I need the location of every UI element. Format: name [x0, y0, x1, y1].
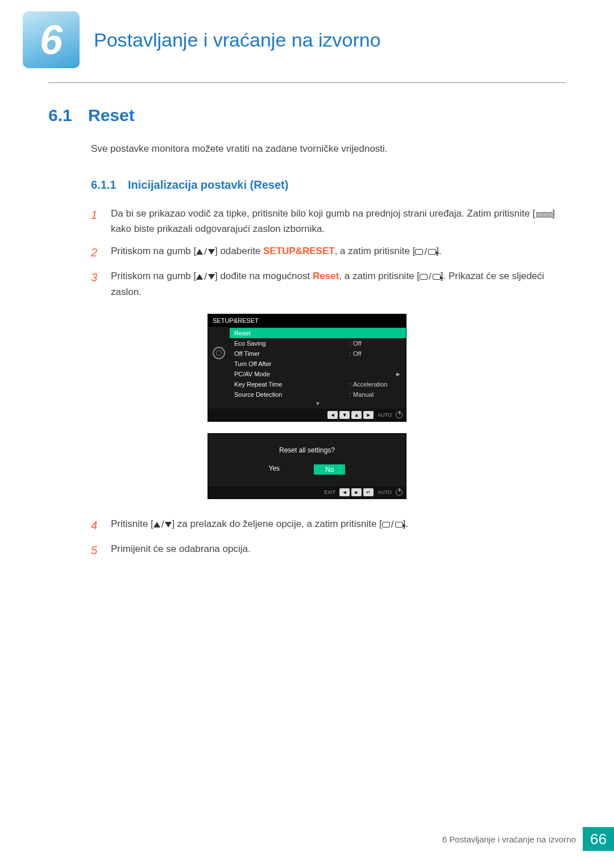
osd-setup-reset-menu: SETUP&RESET ResetEco Saving:OffOff Timer…: [208, 314, 406, 422]
power-icon[interactable]: [396, 489, 403, 496]
highlight: SETUP&RESET: [263, 246, 335, 256]
step-3: 3 Pritiskom na gumb [/] dođite na mogućn…: [91, 268, 566, 300]
text: ] odaberite: [215, 246, 263, 256]
osd-nav-bar: EXIT ◄ ► ↵ AUTO: [208, 486, 406, 499]
osd-item-label: Key Repeat Time: [234, 381, 347, 388]
colon: :: [347, 350, 353, 357]
text: Da bi se prikazao vodič za tipke, pritis…: [111, 208, 530, 219]
osd-item-label: Reset: [234, 330, 401, 337]
step-list: 1 Da bi se prikazao vodič za tipke, prit…: [91, 206, 566, 300]
step-4: 4 Pritisnite [/] za prelazak do željene …: [91, 516, 566, 534]
section: 6.1 Reset Sve postavke monitora možete v…: [0, 83, 614, 559]
osd-nav-bar: ◄ ▼ ▲ ► AUTO: [208, 409, 406, 421]
text: Pritisnite [: [111, 518, 154, 529]
step-1: 1 Da bi se prikazao vodič za tipke, prit…: [91, 206, 566, 236]
more-down-icon: ▼: [230, 400, 406, 408]
osd-item-value: Acceleration: [353, 381, 401, 388]
gear-icon: [213, 347, 225, 359]
step-text: Pritiskom na gumb [/] dođite na mogućnos…: [111, 268, 566, 300]
colon: :: [347, 340, 353, 347]
text: , a zatim pritisnite [: [335, 246, 416, 256]
up-down-icon: /: [196, 244, 215, 259]
select-icon: /: [382, 517, 403, 532]
confirm-question: Reset all settings?: [208, 434, 406, 464]
step-number: 2: [91, 243, 111, 261]
intro-paragraph: Sve postavke monitora možete vratiti na …: [91, 142, 566, 156]
page-header: 6 Postavljanje i vraćanje na izvorno: [0, 0, 614, 68]
step-5: 5 Primijenit će se odabrana opcija.: [91, 541, 566, 559]
osd-item[interactable]: Key Repeat Time:Acceleration: [230, 379, 406, 389]
nav-right-icon[interactable]: ►: [363, 411, 374, 419]
text: ] za prelazak do željene opcije, a zatim…: [172, 518, 381, 529]
menu-icon: ▥▥▥: [536, 209, 553, 220]
colon: :: [347, 391, 353, 398]
step-text: Primijenit će se odabrana opcija.: [111, 541, 251, 559]
step-number: 3: [91, 268, 111, 300]
chapter-title: Postavljanje i vraćanje na izvorno: [94, 29, 381, 51]
step-list-cont: 4 Pritisnite [/] za prelazak do željene …: [91, 516, 566, 559]
highlight: Reset: [313, 271, 339, 281]
nav-exit-label[interactable]: EXIT: [322, 489, 338, 495]
step-text: Pritiskom na gumb [/] odaberite SETUP&RE…: [111, 243, 442, 261]
osd-item[interactable]: Off Timer:Off: [230, 348, 406, 359]
osd-item-value: Manual: [353, 391, 401, 398]
text: , a zatim pritisnite [: [339, 271, 420, 281]
subsection-heading: 6.1.1 Inicijalizacija postavki (Reset): [91, 178, 566, 192]
nav-left-icon[interactable]: ◄: [327, 411, 338, 419]
subsection-number: 6.1.1: [91, 178, 128, 192]
osd-item-list: ResetEco Saving:OffOff Timer:OffTurn Off…: [230, 327, 406, 409]
osd-item-label: Off Timer: [234, 350, 347, 357]
osd-confirm-dialog: Reset all settings? Yes No EXIT ◄ ► ↵ AU…: [208, 433, 406, 499]
text: Pritiskom na gumb [: [111, 271, 196, 281]
colon: :: [347, 381, 353, 388]
section-number: 6.1: [48, 106, 88, 125]
select-icon: /: [415, 244, 436, 259]
nav-auto-label[interactable]: AUTO: [375, 489, 394, 495]
osd-item[interactable]: Source Detection:Manual: [230, 389, 406, 400]
osd-item[interactable]: Eco Saving:Off: [230, 338, 406, 348]
nav-left-icon[interactable]: ◄: [339, 488, 350, 496]
section-title: Reset: [88, 106, 135, 125]
osd-item-label: Source Detection: [234, 391, 347, 398]
footer-text: 6 Postavljanje i vraćanje na izvorno: [442, 834, 576, 844]
select-icon: /: [420, 269, 441, 284]
step-number: 5: [91, 541, 111, 559]
text: ] dođite na mogućnost: [215, 271, 313, 281]
step-2: 2 Pritiskom na gumb [/] odaberite SETUP&…: [91, 243, 566, 261]
osd-item[interactable]: PC/AV Mode►: [230, 369, 406, 379]
step-number: 1: [91, 206, 111, 236]
page-footer: 6 Postavljanje i vraćanje na izvorno 66: [442, 827, 614, 851]
osd-item[interactable]: Reset: [230, 328, 406, 338]
confirm-yes-button[interactable]: Yes: [269, 464, 280, 475]
osd-item-value: Off: [353, 350, 401, 357]
osd-title: SETUP&RESET: [208, 314, 406, 327]
section-heading: 6.1 Reset: [48, 106, 566, 125]
osd-item-value: Off: [353, 340, 401, 347]
step-text: Pritisnite [/] za prelazak do željene op…: [111, 516, 408, 534]
osd-item[interactable]: Turn Off After: [230, 359, 406, 369]
page-number: 66: [583, 827, 614, 851]
nav-down-icon[interactable]: ▼: [339, 411, 350, 419]
step-text: Da bi se prikazao vodič za tipke, pritis…: [111, 206, 566, 236]
subsection-title: Inicijalizacija postavki (Reset): [128, 178, 288, 192]
osd-item-label: Eco Saving: [234, 340, 347, 347]
nav-up-icon[interactable]: ▲: [351, 411, 362, 419]
confirm-no-button[interactable]: No: [314, 464, 345, 475]
step-number: 4: [91, 516, 111, 534]
osd-sidebar: [208, 327, 230, 409]
osd-item-label: Turn Off After: [234, 360, 401, 367]
power-icon[interactable]: [396, 412, 403, 418]
chapter-number-box: 6: [23, 11, 80, 68]
nav-auto-label[interactable]: AUTO: [375, 412, 394, 418]
nav-right-icon[interactable]: ►: [351, 488, 362, 496]
text: Pritiskom na gumb [: [111, 246, 196, 256]
nav-enter-icon[interactable]: ↵: [363, 488, 374, 496]
chevron-right-icon: ►: [393, 371, 401, 377]
osd-figures: SETUP&RESET ResetEco Saving:OffOff Timer…: [48, 314, 566, 499]
up-down-icon: /: [196, 269, 215, 284]
up-down-icon: /: [154, 517, 172, 532]
osd-item-label: PC/AV Mode: [234, 371, 339, 377]
